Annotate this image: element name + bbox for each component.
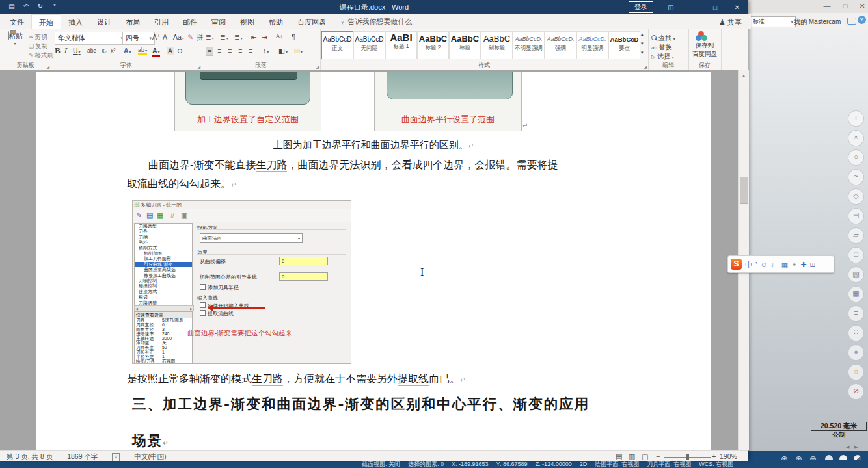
align-left-button[interactable]: ≡ xyxy=(206,47,213,56)
tell-me-box[interactable]: ♀ 告诉我你想要做什么 xyxy=(333,14,418,29)
dialog-tree[interactable]: 刀路类型 刀具 刀柄 毛坯 切削方式 切削范围 加工几何图形 引导曲线-渐变 曲… xyxy=(134,223,193,306)
tab-baidu-netdisk[interactable]: 百度网盘 xyxy=(290,14,333,29)
cplane-status[interactable]: 绘图平面: 右视图 xyxy=(595,460,639,468)
tree-scrollbar[interactable]: ◀▶ xyxy=(134,306,194,311)
hash-icon[interactable]: # xyxy=(170,211,174,220)
scrollbar-thumb[interactable] xyxy=(740,177,748,204)
borders-button[interactable]: ⊞▾ xyxy=(294,47,303,55)
feedback-icon[interactable] xyxy=(847,18,856,25)
share-button[interactable]: ♟ 共享 xyxy=(719,18,742,27)
scroll-right-icon[interactable]: ▶ xyxy=(854,445,858,450)
dialog-launcher-icon[interactable]: ◢ xyxy=(644,64,647,69)
font-size-select[interactable]: 四号 ▾ xyxy=(122,32,155,45)
style-emphasis[interactable]: AaBbCcD.强调 xyxy=(545,31,576,59)
tree-item[interactable]: 刀柄 xyxy=(135,235,192,240)
projection-direction-select[interactable]: 曲面法向▾ xyxy=(200,233,303,243)
justify-button[interactable]: ≡ xyxy=(238,47,242,55)
minimize-icon[interactable]: — xyxy=(821,2,833,10)
save-to-baidu-button[interactable]: 保存到 百度网盘 xyxy=(690,31,719,58)
zoom-level[interactable]: 190% xyxy=(720,452,737,460)
spline-tool-icon[interactable]: ~ xyxy=(848,169,864,185)
surface-tool-icon[interactable]: ▨ xyxy=(848,266,864,283)
numbering-button[interactable]: ≣▾ xyxy=(220,33,228,41)
dialog-launcher-icon[interactable]: ◢ xyxy=(197,64,200,69)
horizontal-scrollbar[interactable] xyxy=(751,448,843,448)
grid-icon[interactable]: ▦ xyxy=(157,211,163,220)
tree-item[interactable]: 加工几何图形 xyxy=(135,256,192,261)
align-center-button[interactable]: ≡ xyxy=(217,47,221,55)
ribbon-display-icon[interactable]: ◫ xyxy=(660,4,682,11)
voice-icon[interactable]: ♩ xyxy=(771,261,778,268)
show-marks-button[interactable]: ¶ xyxy=(292,33,295,41)
tree-item[interactable]: 连接方式 xyxy=(135,289,192,294)
punctuation-icon[interactable]: ’ xyxy=(755,261,757,268)
clear-formatting-icon[interactable]: ✎ xyxy=(187,33,193,41)
subscript-button[interactable]: x₂ xyxy=(102,47,107,54)
emoji-icon[interactable]: ☺ xyxy=(760,261,767,268)
tree-item[interactable]: 粗切 xyxy=(135,294,192,300)
text-effects-button[interactable]: A▾ xyxy=(124,47,131,55)
read-mode-icon[interactable]: ▤ xyxy=(616,452,622,461)
styles-scroll-up-icon[interactable]: ▴ xyxy=(641,32,644,37)
tab-help[interactable]: 帮助 xyxy=(262,14,290,29)
pinyin-mode-icon[interactable]: 中 xyxy=(745,261,752,268)
format-painter-button[interactable]: ✎格式刷 xyxy=(29,51,53,60)
tab-insert[interactable]: 插入 xyxy=(61,14,90,29)
find-button[interactable]: 查找 ▾ xyxy=(651,34,675,43)
preset-select[interactable]: 标准 ▾ xyxy=(750,16,796,27)
tree-item-selected[interactable]: 引导曲线-渐变 xyxy=(135,262,192,267)
tolerance-input[interactable]: 0 xyxy=(279,272,328,281)
dialog-launcher-icon[interactable]: ◢ xyxy=(316,64,319,69)
tree-item[interactable]: 切削方式 xyxy=(135,246,192,251)
tab-file[interactable]: 文件 xyxy=(3,14,31,29)
character-shading-button[interactable]: A xyxy=(167,47,174,55)
tab-home[interactable]: 开始 xyxy=(31,14,61,29)
sogou-logo-icon[interactable]: S xyxy=(731,259,742,270)
style-heading1[interactable]: AaBI标题 1 xyxy=(385,31,417,59)
tab-design[interactable]: 设计 xyxy=(90,14,118,29)
pattern-tool-icon[interactable]: ∷ xyxy=(848,325,864,341)
measure-tool-icon[interactable]: ⊣ xyxy=(848,208,864,224)
zoom-out-icon[interactable]: − xyxy=(656,452,660,460)
replace-button[interactable]: ab 替换 xyxy=(651,43,672,52)
toolbox-icon[interactable]: ⊞ xyxy=(810,261,816,268)
tree-item[interactable]: 刀轴控制 xyxy=(135,278,192,283)
wcs-status[interactable]: WCS: 右视图 xyxy=(699,460,733,468)
add-tool-radius-checkbox[interactable]: 添加刀具半径 xyxy=(200,284,239,291)
close-icon[interactable]: ✕ xyxy=(726,4,748,11)
tree-item[interactable]: 刀路类型 xyxy=(135,224,192,229)
tree-item[interactable]: 刀具 xyxy=(135,229,192,234)
login-button[interactable]: 登录 xyxy=(629,1,653,13)
bold-button[interactable]: B xyxy=(55,47,61,55)
shaded-view-icon[interactable]: ● xyxy=(848,344,864,361)
paste-button[interactable]: 粘贴 ▾ xyxy=(3,32,27,46)
enclose-characters-button[interactable]: ⊙ xyxy=(177,47,183,55)
increase-indent-button[interactable]: ⇥ xyxy=(262,33,267,41)
solid-tool-icon[interactable]: □ xyxy=(848,247,864,263)
tplane-status[interactable]: 刀具平面: 右视图 xyxy=(647,460,691,468)
skin-icon[interactable]: ✚ xyxy=(800,261,806,268)
tab-review[interactable]: 审阅 xyxy=(204,14,233,29)
superscript-button[interactable]: x² xyxy=(111,47,116,54)
strikethrough-button[interactable]: abc xyxy=(87,47,96,54)
print-layout-icon[interactable]: ▥ xyxy=(629,452,635,461)
restore-icon[interactable]: □ xyxy=(839,2,851,10)
minimize-icon[interactable]: — xyxy=(682,4,704,11)
style-intense-emphasis[interactable]: AaBbCcD.明显强调 xyxy=(576,31,608,59)
maximize-icon[interactable]: □ xyxy=(704,4,726,11)
help-icon[interactable]: ? xyxy=(858,16,866,24)
edit-icon[interactable]: ✎ xyxy=(136,211,142,220)
word-count[interactable]: 1869 个字 xyxy=(67,452,98,462)
save-icon[interactable]: ▤ xyxy=(146,211,153,220)
mesh-tool-icon[interactable]: ▦ xyxy=(848,286,864,302)
mastercam-graphics-area[interactable]: + × ○ ~ ◇ ⊣ ▱ □ ▨ ▦ ≡ ∷ ● ☼ ⊘ 20.520 毫米 … xyxy=(748,29,868,452)
styles-more-icon[interactable]: ▾ xyxy=(641,50,644,55)
font-name-select[interactable]: 华文楷体 ▾ xyxy=(55,32,126,45)
tab-mailings[interactable]: 邮件 xyxy=(176,14,204,29)
text-highlight-button[interactable]: ab▾ xyxy=(138,47,147,55)
cut-button[interactable]: ✂剪切 xyxy=(29,33,47,42)
circle-tool-icon[interactable]: ○ xyxy=(848,150,864,166)
close-icon[interactable]: ✕ xyxy=(856,2,868,10)
section-view-status[interactable]: 截面视图: 关闭 xyxy=(362,460,400,468)
tree-item[interactable]: 毛坯 xyxy=(135,240,192,245)
